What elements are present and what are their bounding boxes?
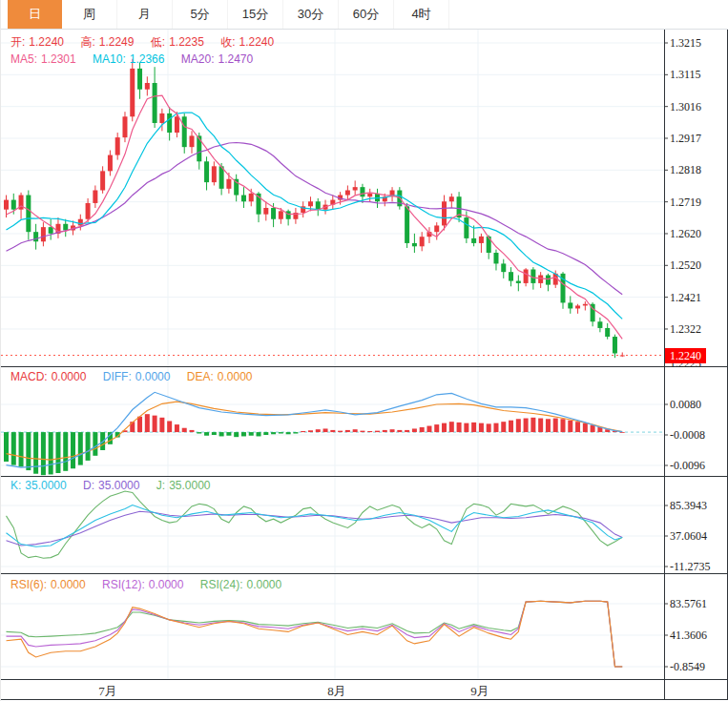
ma20-label: MA20:: [181, 52, 215, 66]
rsi12-value: 0.0000: [149, 578, 184, 591]
axis-frame-line: [664, 30, 665, 699]
kdj-legend: K:35.0000 D:35.0000 J:35.0000: [10, 479, 215, 492]
ma20-value: 1.2470: [218, 52, 253, 66]
high-value: 1.2249: [99, 35, 135, 49]
panel-separator: [1, 573, 728, 574]
current-price-badge: 1.2240: [665, 348, 706, 363]
dea-label: DEA:: [187, 370, 214, 383]
ma10-value: 1.2366: [130, 52, 165, 66]
d-value: 35.0000: [98, 479, 139, 492]
high-label: 高:: [80, 35, 94, 49]
ma10-label: MA10:: [93, 52, 126, 66]
ma5-value: 1.2301: [41, 52, 76, 66]
panel-separator: [1, 679, 728, 680]
trading-chart-app: 日 周 月 5分 15分 30分 60分 4时 开:1.2240 高:1.224…: [0, 0, 728, 701]
ma5-label: MA5:: [10, 52, 37, 66]
dea-value: 0.0000: [218, 370, 253, 383]
d-label: D:: [83, 479, 94, 492]
panel-separator: [1, 476, 728, 477]
low-label: 低:: [151, 35, 165, 49]
macd-label: MACD:: [10, 370, 48, 383]
panel-separator: [1, 366, 728, 367]
diff-value: 0.0000: [135, 370, 171, 383]
k-value: 35.0000: [25, 479, 66, 492]
macd-value: 0.0000: [52, 370, 87, 383]
ma-legend: MA5:1.2301 MA10:1.2366 MA20:1.2470: [10, 52, 257, 66]
rsi24-label: RSI(24):: [200, 578, 243, 591]
rsi24-value: 0.0000: [246, 578, 281, 591]
chart-canvas[interactable]: [1, 0, 728, 701]
open-value: 1.2240: [29, 35, 64, 49]
rsi6-label: RSI(6):: [10, 578, 47, 591]
rsi6-value: 0.0000: [51, 578, 86, 591]
open-label: 开:: [10, 35, 25, 49]
macd-legend: MACD:0.0000 DIFF:0.0000 DEA:0.0000: [10, 370, 256, 383]
ohlc-legend: 开:1.2240 高:1.2249 低:1.2235 收:1.2240: [10, 34, 278, 51]
close-label: 收:: [220, 35, 235, 49]
j-label: J:: [156, 479, 165, 492]
bottom-frame-line: [1, 699, 728, 700]
diff-label: DIFF:: [103, 370, 132, 383]
rsi12-label: RSI(12):: [102, 578, 145, 591]
low-value: 1.2235: [169, 35, 204, 49]
close-value: 1.2240: [239, 35, 275, 49]
k-label: K:: [10, 479, 21, 492]
j-value: 35.0000: [169, 479, 210, 492]
rsi-legend: RSI(6):0.0000 RSI(12):0.0000 RSI(24):0.0…: [10, 578, 285, 591]
